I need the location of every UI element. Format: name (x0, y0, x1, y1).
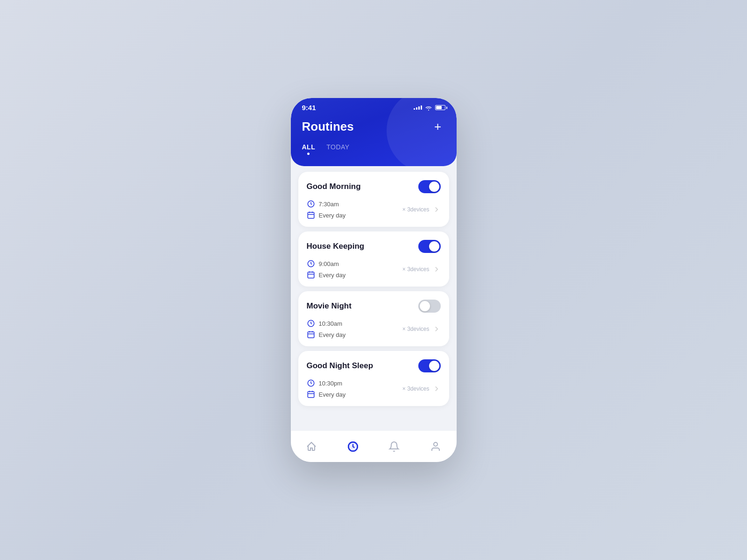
app-header: 9:41 (291, 98, 457, 166)
clock-icon (307, 379, 315, 387)
phone-frame: 9:41 (291, 98, 457, 462)
routine-schedule-house-keeping: Every day (319, 272, 346, 279)
routine-title-house-keeping: House Keeping (307, 242, 365, 251)
wifi-icon (425, 105, 432, 111)
routine-schedule-good-morning: Every day (319, 212, 346, 219)
toggle-good-morning[interactable] (418, 180, 441, 193)
add-routine-button[interactable]: + (430, 119, 445, 134)
tab-all-label: ALL (302, 143, 316, 151)
routine-schedule-good-night: Every day (319, 391, 346, 398)
chevron-right-icon (432, 205, 441, 214)
chevron-right-icon (432, 385, 441, 393)
routine-time-house-keeping: 9:00am (319, 260, 339, 267)
tabs-bar: ALL TODAY (291, 141, 457, 157)
routine-title-movie-night: Movie Night (307, 301, 352, 311)
svg-point-22 (434, 442, 437, 446)
calendar-icon (307, 271, 315, 279)
routine-card-good-night[interactable]: Good Night Sleep 10:30pm (298, 351, 449, 406)
status-bar: 9:41 (291, 98, 457, 115)
status-icons (414, 105, 445, 111)
tab-today-label: TODAY (326, 143, 349, 151)
tab-today[interactable]: TODAY (326, 143, 349, 155)
add-icon: + (434, 120, 441, 133)
battery-icon (435, 105, 445, 110)
routine-time-good-night: 10:30pm (319, 380, 343, 387)
routine-devices-movie-night: × 3devices (402, 325, 441, 333)
devices-count: × 3devices (402, 385, 430, 392)
calendar-icon (307, 390, 315, 399)
nav-routines[interactable] (341, 435, 365, 458)
page-title: Routines (302, 119, 354, 134)
routine-details-good-morning: 7:30am Every day (307, 200, 346, 219)
tab-all[interactable]: ALL (302, 143, 316, 155)
clock-icon (307, 259, 315, 268)
routine-devices-house-keeping: × 3devices (402, 265, 441, 273)
svg-rect-16 (308, 392, 314, 398)
routines-list: Good Morning 7:30am (291, 166, 457, 430)
routine-card-good-morning[interactable]: Good Morning 7:30am (298, 172, 449, 227)
header-content: Routines + (291, 115, 457, 141)
svg-rect-11 (308, 332, 314, 338)
routine-time-good-morning: 7:30am (319, 201, 339, 208)
svg-rect-6 (308, 272, 314, 278)
calendar-icon (307, 330, 315, 339)
devices-count: × 3devices (402, 206, 430, 213)
nav-notifications[interactable] (382, 435, 406, 458)
chevron-right-icon (432, 325, 441, 333)
routine-schedule-movie-night: Every day (319, 331, 346, 338)
nav-profile[interactable] (424, 435, 447, 458)
routine-details-house-keeping: 9:00am Every day (307, 259, 346, 279)
routine-card-house-keeping[interactable]: House Keeping 9:00am (298, 231, 449, 287)
devices-count: × 3devices (402, 266, 430, 273)
chevron-right-icon (432, 265, 441, 273)
routine-title-good-morning: Good Morning (307, 182, 361, 191)
svg-rect-1 (308, 212, 314, 218)
toggle-good-night[interactable] (418, 359, 441, 372)
routine-details-movie-night: 10:30am Every day (307, 319, 346, 339)
clock-icon (307, 200, 315, 208)
routine-title-good-night: Good Night Sleep (307, 361, 374, 371)
bottom-nav (291, 430, 457, 462)
calendar-icon (307, 211, 315, 219)
nav-home[interactable] (300, 435, 323, 458)
home-icon (306, 441, 317, 452)
tab-all-dot (307, 153, 310, 155)
toggle-movie-night[interactable] (418, 300, 441, 313)
routine-card-movie-night[interactable]: Movie Night 10:30am (298, 291, 449, 346)
status-time: 9:41 (302, 104, 316, 112)
devices-count: × 3devices (402, 326, 430, 332)
clock-active-icon (347, 441, 359, 453)
signal-icon (414, 105, 422, 110)
routine-time-movie-night: 10:30am (319, 320, 343, 327)
person-icon (430, 441, 441, 452)
routine-devices-good-night: × 3devices (402, 385, 441, 393)
toggle-house-keeping[interactable] (418, 240, 441, 253)
clock-icon (307, 319, 315, 328)
routine-devices-good-morning: × 3devices (402, 205, 441, 214)
bell-icon (388, 441, 400, 452)
routine-details-good-night: 10:30pm Every day (307, 379, 346, 399)
